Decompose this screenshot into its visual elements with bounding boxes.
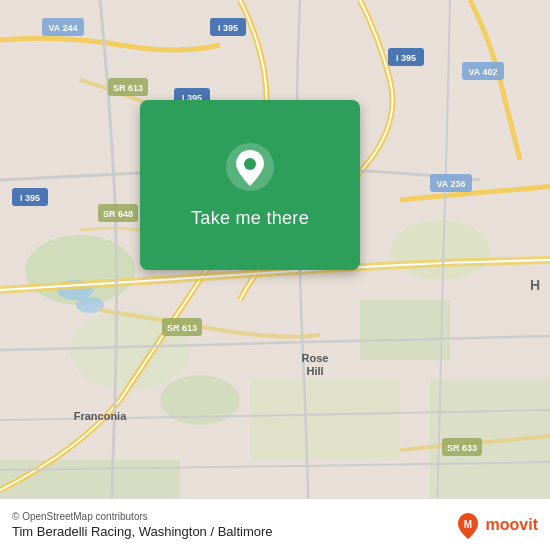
moovit-brand-text: moovit — [486, 516, 538, 534]
svg-text:SR 633: SR 633 — [447, 443, 477, 453]
map-background: VA 244 I 395 I 395 VA 402 SR 613 I 395 V… — [0, 0, 550, 550]
svg-text:SR 613: SR 613 — [167, 323, 197, 333]
bottom-left-info: © OpenStreetMap contributors Tim Beradel… — [12, 511, 273, 539]
svg-text:VA 244: VA 244 — [48, 23, 77, 33]
map-attribution: © OpenStreetMap contributors — [12, 511, 273, 522]
svg-text:Hill: Hill — [306, 365, 323, 377]
svg-text:SR 648: SR 648 — [103, 209, 133, 219]
svg-rect-8 — [250, 380, 400, 460]
svg-text:Rose: Rose — [302, 352, 329, 364]
svg-point-4 — [390, 220, 490, 280]
moovit-logo: M moovit — [454, 511, 538, 539]
location-pin-icon — [225, 142, 275, 192]
svg-text:Franconia: Franconia — [74, 410, 127, 422]
svg-point-10 — [76, 297, 104, 313]
svg-text:VA 402: VA 402 — [468, 67, 497, 77]
svg-text:SR 613: SR 613 — [113, 83, 143, 93]
take-me-there-button[interactable]: Take me there — [191, 208, 309, 229]
svg-text:M: M — [463, 519, 471, 530]
svg-text:H: H — [530, 277, 540, 293]
svg-text:I 395: I 395 — [396, 53, 416, 63]
location-title: Tim Beradelli Racing, Washington / Balti… — [12, 524, 273, 539]
popup-card: Take me there — [140, 100, 360, 270]
svg-text:I 395: I 395 — [218, 23, 238, 33]
svg-rect-3 — [360, 300, 450, 360]
svg-text:VA 236: VA 236 — [436, 179, 465, 189]
moovit-brand-icon: M — [454, 511, 482, 539]
map-container: VA 244 I 395 I 395 VA 402 SR 613 I 395 V… — [0, 0, 550, 550]
svg-text:I 395: I 395 — [20, 193, 40, 203]
svg-point-38 — [244, 158, 256, 170]
bottom-bar: © OpenStreetMap contributors Tim Beradel… — [0, 498, 550, 550]
